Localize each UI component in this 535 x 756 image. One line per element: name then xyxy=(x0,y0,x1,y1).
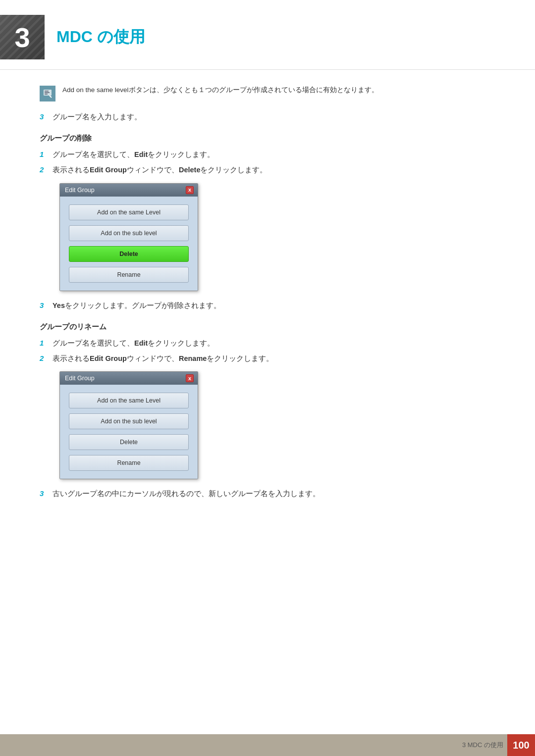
note-icon xyxy=(40,86,55,101)
delete-step3-text: Yesをクリックします。グループが削除されます。 xyxy=(53,300,221,311)
delete-dialog-titlebar: Edit Group x xyxy=(60,184,198,197)
section-delete-heading: グループの削除 xyxy=(40,134,495,143)
delete-dialog-btn-rename[interactable]: Rename xyxy=(69,267,189,283)
rename-dialog-btn-same-level[interactable]: Add on the same Level xyxy=(69,393,189,408)
step-group-name: 3 グループ名を入力します。 xyxy=(40,111,495,123)
delete-dialog-btn-delete[interactable]: Delete xyxy=(69,246,189,262)
delete-dialog-container: Edit Group x Add on the same Level Add o… xyxy=(59,183,495,291)
rename-step1: 1 グループ名を選択して、Editをクリックします。 xyxy=(40,338,495,349)
footer-page-number: 100 xyxy=(507,734,535,756)
delete-dialog: Edit Group x Add on the same Level Add o… xyxy=(59,183,198,291)
rename-dialog-titlebar: Edit Group x xyxy=(60,372,198,385)
delete-dialog-close[interactable]: x xyxy=(186,186,194,194)
rename-dialog-close[interactable]: x xyxy=(186,374,194,382)
section-rename-heading: グループのリネーム xyxy=(40,322,495,332)
note-text: Add on the same levelボタンは、少なくとも１つのグループが作… xyxy=(62,85,378,96)
rename-step3-text: 古いグループ名の中にカーソルが現れるので、新しいグループ名を入力します。 xyxy=(53,488,320,500)
rename-dialog-title: Edit Group xyxy=(65,375,95,382)
delete-step2-text: 表示されるEdit Groupウィンドウで、Deleteをクリックします。 xyxy=(53,164,267,176)
chapter-number: 3 xyxy=(14,21,30,53)
note-box: Add on the same levelボタンは、少なくとも１つのグループが作… xyxy=(40,85,495,101)
delete-dialog-title: Edit Group xyxy=(65,187,95,194)
delete-step1-text: グループ名を選択して、Editをクリックします。 xyxy=(53,149,214,160)
rename-step3: 3 古いグループ名の中にカーソルが現れるので、新しいグループ名を入力します。 xyxy=(40,488,495,500)
delete-step1: 1 グループ名を選択して、Editをクリックします。 xyxy=(40,149,495,160)
delete-step3: 3 Yesをクリックします。グループが削除されます。 xyxy=(40,300,495,311)
step-group-name-text: グループ名を入力します。 xyxy=(53,111,142,123)
page-footer: 3 MDC の使用 100 xyxy=(0,734,535,756)
rename-dialog-btn-delete[interactable]: Delete xyxy=(69,434,189,450)
delete-dialog-btn-same-level[interactable]: Add on the same Level xyxy=(69,204,189,220)
delete-dialog-body: Add on the same Level Add on the sub lev… xyxy=(60,197,198,291)
chapter-header: 3 MDC の使用 xyxy=(0,0,535,70)
rename-dialog-btn-rename[interactable]: Rename xyxy=(69,455,189,471)
rename-dialog-container: Edit Group x Add on the same Level Add o… xyxy=(59,371,495,479)
chapter-title: MDC の使用 xyxy=(56,26,145,48)
delete-dialog-btn-sub-level[interactable]: Add on the sub level xyxy=(69,225,189,241)
rename-dialog-btn-sub-level[interactable]: Add on the sub level xyxy=(69,413,189,429)
rename-dialog-body: Add on the same Level Add on the sub lev… xyxy=(60,385,198,479)
rename-step2-text: 表示されるEdit Groupウィンドウで、Renameをクリックします。 xyxy=(53,353,273,364)
content-area: Add on the same levelボタンは、少なくとも１つのグループが作… xyxy=(0,85,535,543)
footer-text: 3 MDC の使用 xyxy=(462,741,503,750)
rename-step2: 2 表示されるEdit Groupウィンドウで、Renameをクリックします。 xyxy=(40,353,495,364)
delete-step2: 2 表示されるEdit Groupウィンドウで、Deleteをクリックします。 xyxy=(40,164,495,176)
chapter-number-box: 3 xyxy=(0,15,45,59)
rename-step1-text: グループ名を選択して、Editをクリックします。 xyxy=(53,338,214,349)
rename-dialog: Edit Group x Add on the same Level Add o… xyxy=(59,371,198,479)
